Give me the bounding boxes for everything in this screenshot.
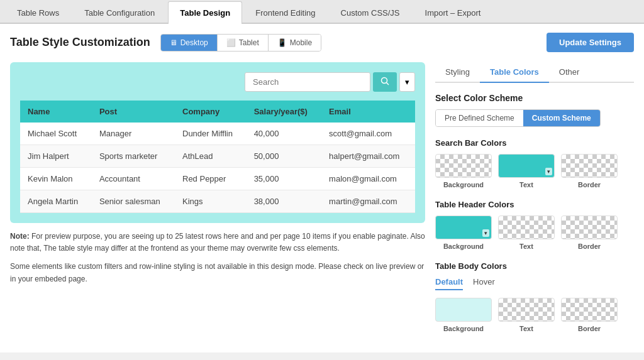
desktop-icon: 🖥 (170, 38, 177, 47)
tablet-icon: ⬜ (226, 38, 236, 47)
table-header-colors-title: Table Header Colors (435, 200, 634, 209)
swatch-header-text-label: Text (519, 243, 533, 250)
cell-post: Accountant (92, 168, 175, 190)
tablet-button[interactable]: ⬜ Tablet (218, 35, 269, 51)
right-tabs: Styling Table Colors Other (435, 62, 634, 83)
swatch-item-bg: Background (435, 154, 492, 188)
search-bar-colors-section: Search Bar Colors Background ▾ Text (435, 138, 634, 188)
table-body-colors-section: Table Body Colors Default Hover Backgrou… (435, 261, 634, 332)
swatch-header-bg-label: Background (443, 243, 484, 250)
search-bar-row: ▾ (20, 72, 415, 92)
page-header: Table Style Customization 🖥 Desktop ⬜ Ta… (10, 33, 634, 52)
cell-post: Senior salesman (92, 190, 175, 213)
tab-styling[interactable]: Styling (435, 62, 480, 83)
swatch-header-bg[interactable]: ▾ (435, 215, 492, 239)
table-header-colors-section: Table Header Colors ▾ Background Text (435, 200, 634, 250)
swatch-text[interactable]: ▾ (498, 154, 555, 178)
search-dropdown-button[interactable]: ▾ (399, 72, 415, 92)
tab-table-configuration[interactable]: Table Configuration (72, 1, 167, 24)
table-body: Michael Scott Manager Dunder Mifflin 40,… (20, 123, 415, 213)
desktop-label: Desktop (180, 38, 208, 47)
mobile-label: Mobile (290, 38, 312, 47)
note-1: Note: For preview purpose, you are seein… (10, 231, 425, 254)
cell-company: Red Pepper (175, 168, 247, 190)
tab-table-design[interactable]: Table Design (168, 1, 242, 24)
left-panel: ▾ Name Post Company Salary/year($) Email (10, 62, 425, 344)
tab-table-rows[interactable]: Table Rows (5, 1, 71, 24)
table-header: Name Post Company Salary/year($) Email (20, 101, 415, 123)
search-button[interactable] (373, 72, 397, 92)
cell-salary: 40,000 (247, 123, 321, 145)
swatch-text-label: Text (519, 181, 533, 188)
swatch-bg[interactable] (435, 154, 492, 178)
device-switcher: 🖥 Desktop ⬜ Tablet 📱 Mobile (160, 34, 321, 52)
cell-email: scott@gmail.com (321, 123, 415, 145)
tab-table-colors[interactable]: Table Colors (480, 62, 549, 83)
update-settings-button[interactable]: Update Settings (547, 33, 634, 52)
tab-other[interactable]: Other (549, 62, 590, 83)
swatch-item-body-border: Border (561, 298, 618, 332)
swatch-body-text[interactable] (498, 298, 555, 322)
right-panel: Styling Table Colors Other Select Color … (435, 62, 634, 344)
cell-company: Dunder Mifflin (175, 123, 247, 145)
cell-post: Sports marketer (92, 145, 175, 168)
swatch-body-bg[interactable] (435, 298, 492, 322)
cell-email: halpert@gmail.com (321, 145, 415, 168)
swatch-item-body-text: Text (498, 298, 555, 332)
cell-name: Michael Scott (20, 123, 92, 145)
swatch-dropdown-icon: ▾ (545, 168, 552, 175)
svg-line-1 (387, 83, 389, 85)
tab-custom-css-js[interactable]: Custom CSS/JS (329, 1, 412, 24)
table-row: Kevin Malon Accountant Red Pepper 35,000… (20, 168, 415, 190)
page-title: Table Style Customization (10, 36, 150, 49)
top-tab-bar: Table Rows Table Configuration Table Des… (0, 0, 644, 24)
cell-post: Manager (92, 123, 175, 145)
cell-name: Kevin Malon (20, 168, 92, 190)
tab-frontend-editing[interactable]: Frontend Editing (243, 1, 327, 24)
preview-container: ▾ Name Post Company Salary/year($) Email (10, 62, 425, 223)
swatch-header-text[interactable] (498, 215, 555, 239)
swatch-item-header-text: Text (498, 215, 555, 250)
swatch-header-border-label: Border (578, 243, 601, 250)
cell-salary: 50,000 (247, 145, 321, 168)
svg-point-0 (382, 78, 387, 84)
swatch-body-bg-label: Background (443, 325, 484, 332)
swatch-bg-label: Background (443, 181, 484, 188)
swatch-header-border[interactable] (561, 215, 618, 239)
tab-import-export[interactable]: Import – Export (413, 1, 493, 24)
cell-email: martin@gmail.com (321, 190, 415, 213)
note-2: Some elements like custom filters and ro… (10, 261, 425, 285)
col-email: Email (321, 101, 415, 123)
search-bar-colors-title: Search Bar Colors (435, 138, 634, 148)
table-body-swatches: Background Text Border (435, 298, 634, 332)
predefined-scheme-button[interactable]: Pre Defined Scheme (436, 110, 523, 126)
table-header-swatches: ▾ Background Text Border (435, 215, 634, 250)
color-scheme-title: Select Color Scheme (435, 93, 634, 103)
color-scheme-section: Select Color Scheme Pre Defined Scheme C… (435, 93, 634, 127)
search-input[interactable] (245, 72, 370, 92)
cell-email: malon@gmail.com (321, 168, 415, 190)
swatch-item-header-bg: ▾ Background (435, 215, 492, 250)
table-body-colors-title: Table Body Colors (435, 261, 634, 271)
custom-scheme-button[interactable]: Custom Scheme (523, 110, 600, 126)
swatch-dropdown-icon: ▾ (482, 229, 489, 237)
swatch-body-text-label: Text (519, 325, 533, 332)
two-column-layout: ▾ Name Post Company Salary/year($) Email (10, 62, 634, 344)
cell-name: Jim Halpert (20, 145, 92, 168)
swatch-body-border-label: Border (578, 325, 601, 332)
swatch-border[interactable] (561, 154, 618, 178)
note-text: For preview purpose, you are seeing up t… (10, 232, 425, 253)
desktop-button[interactable]: 🖥 Desktop (161, 35, 218, 51)
table-row: Jim Halpert Sports marketer AthLead 50,0… (20, 145, 415, 168)
mobile-button[interactable]: 📱 Mobile (269, 35, 321, 51)
cell-name: Angela Martin (20, 190, 92, 213)
table-row: Michael Scott Manager Dunder Mifflin 40,… (20, 123, 415, 145)
swatch-item-border: Border (561, 154, 618, 188)
table-header-row: Name Post Company Salary/year($) Email (20, 101, 415, 123)
swatch-body-border[interactable] (561, 298, 618, 322)
body-tab-default[interactable]: Default (435, 277, 463, 290)
body-tab-hover[interactable]: Hover (473, 277, 495, 290)
search-bar-swatches: Background ▾ Text Border (435, 154, 634, 188)
cell-company: Kings (175, 190, 247, 213)
col-company: Company (175, 101, 247, 123)
